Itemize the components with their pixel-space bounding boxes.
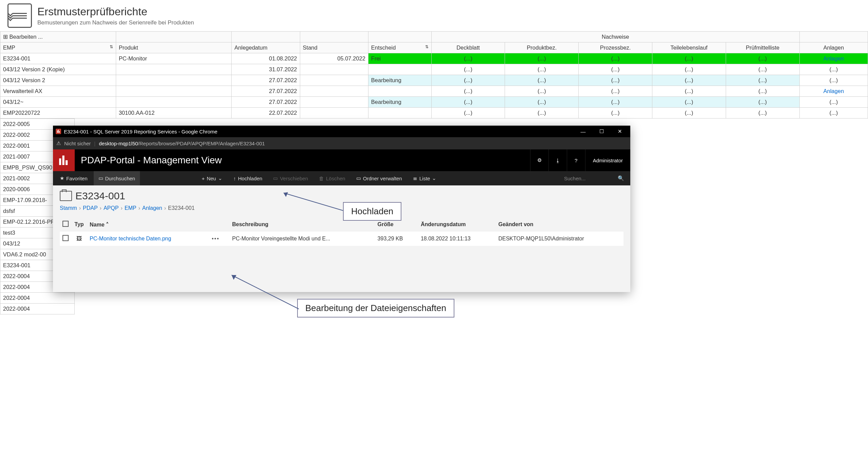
move-button: ▭Verschieben: [268, 171, 313, 185]
sort-icon: ⇅: [110, 44, 113, 49]
col-anlagen[interactable]: Anlagen: [799, 42, 868, 53]
breadcrumb-link[interactable]: Stamm: [60, 205, 77, 211]
table-row[interactable]: EMP2022072230100.AA-01222.07.2022(...)(.…: [0, 108, 868, 119]
ssrs-icon: [56, 129, 61, 134]
more-menu-button[interactable]: •••: [212, 236, 219, 241]
maximize-button[interactable]: ☐: [594, 126, 609, 137]
list-icon: ≣: [413, 175, 417, 181]
close-button[interactable]: ✕: [612, 126, 628, 137]
anlagen-link[interactable]: Anlagen: [799, 86, 868, 97]
breadcrumb-link[interactable]: Anlagen: [142, 205, 162, 211]
col-deckblatt[interactable]: Deckblatt: [431, 42, 505, 53]
browse-button[interactable]: ▭Durchsuchen: [94, 171, 140, 185]
help-button[interactable]: ?: [567, 149, 585, 171]
col-name[interactable]: Name ˄: [87, 217, 209, 232]
row-checkbox[interactable]: [62, 235, 69, 241]
file-list: Typ Name ˄ Beschreibung Größe Änderungsd…: [60, 217, 623, 246]
delete-button: 🗑Löschen: [314, 171, 350, 185]
svg-line-6: [284, 193, 343, 211]
search-icon[interactable]: 🔍: [618, 175, 624, 181]
insecure-label: Nicht sicher: [64, 141, 91, 146]
edit-button[interactable]: ⊞ Bearbeiten ...: [0, 32, 116, 42]
folder-icon: ▭: [356, 175, 361, 181]
annotation-bearbeitung: Bearbeitung der Dateieigenschaften: [297, 299, 454, 317]
file-modified-by: DESKTOP-MQP1L50\Administrator: [495, 232, 623, 246]
breadcrumb-current: E3234-001: [168, 205, 195, 211]
report-grid: ⊞ Bearbeiten ... Nachweise EMP⇅ Produkt …: [0, 31, 868, 119]
table-row[interactable]: E3234-001PC-Monitor01.08.202205.07.2022F…: [0, 53, 868, 64]
manage-folder-button[interactable]: ▭Ordner verwalten: [351, 171, 407, 185]
page-title: Erstmusterprüfberichte: [37, 5, 194, 18]
anlagen-link[interactable]: Anlagen: [799, 53, 868, 64]
col-produktbez[interactable]: Produktbez.: [505, 42, 579, 53]
svg-rect-3: [59, 158, 61, 165]
url-path: /Reports/browse/PDAP/APQP/EMP/Anlagen/E3…: [138, 141, 265, 146]
svg-rect-4: [62, 156, 65, 165]
settings-button[interactable]: ⚙: [530, 149, 548, 171]
upload-icon: ↑: [233, 176, 236, 181]
breadcrumb-link[interactable]: PDAP: [83, 205, 98, 211]
chevron-down-icon: ⌄: [432, 175, 436, 181]
table-row[interactable]: 043/12 Version 2 (Kopie)31.07.2022(...)(…: [0, 64, 868, 75]
address-bar[interactable]: ⚠ Nicht sicher | desktop-mqp1l50/Reports…: [53, 137, 630, 149]
file-size: 393,29 KB: [375, 232, 418, 246]
col-geaendert[interactable]: Geändert von: [495, 217, 623, 232]
star-icon: ★: [60, 175, 64, 181]
view-list-button[interactable]: ≣Liste ⌄: [408, 171, 441, 185]
col-anlegedatum[interactable]: Anlegedatum: [232, 42, 300, 53]
col-prozessbez[interactable]: Prozessbez.: [579, 42, 652, 53]
chevron-down-icon: ⌄: [218, 175, 222, 181]
arrow-hochladen: [278, 190, 346, 214]
select-all-checkbox[interactable]: [62, 221, 69, 227]
file-modified: 18.08.2022 10:11:13: [418, 232, 496, 246]
file-row[interactable]: 🖼PC-Monitor technische Daten.png•••PC-Mo…: [60, 232, 623, 246]
sort-icon: ⇅: [425, 44, 429, 49]
svg-line-8: [232, 275, 299, 309]
user-menu[interactable]: Administrator: [585, 149, 630, 171]
url-host: desktop-mqp1l50: [99, 141, 138, 146]
col-pruefmittelliste[interactable]: Prüfmittelliste: [726, 42, 799, 53]
insecure-icon: ⚠: [56, 140, 61, 146]
portal-title: PDAP-Portal - Management View: [75, 155, 530, 166]
portal-header: PDAP-Portal - Management View ⚙ ⭳ ? Admi…: [53, 149, 630, 171]
svg-rect-1: [58, 130, 59, 133]
sort-asc-icon: ˄: [106, 222, 109, 228]
file-type-icon: 🖼: [76, 236, 82, 241]
move-icon: ▭: [273, 175, 278, 181]
table-row[interactable]: 043/12~27.07.2022Bearbeitung(...)(...)(.…: [0, 97, 868, 108]
page-subtitle: Bemusterungen zum Nachweis der Serienrei…: [37, 19, 194, 26]
favorites-button[interactable]: ★Favoriten: [55, 171, 92, 185]
svg-marker-7: [284, 192, 288, 197]
annotation-hochladen: Hochladen: [343, 202, 401, 221]
file-name-link[interactable]: PC-Monitor technische Daten.png: [90, 236, 171, 241]
search-input[interactable]: Suchen...: [564, 176, 615, 181]
col-typ[interactable]: Typ: [71, 217, 87, 232]
table-row[interactable]: Verwalterteil AX27.07.2022(...)(...)(...…: [0, 86, 868, 97]
table-row[interactable]: 043/12 Version 227.07.2022Bearbeitung(..…: [0, 75, 868, 86]
new-button[interactable]: +Neu ⌄: [197, 171, 227, 185]
browse-icon: ▭: [98, 175, 103, 181]
folder-icon: [60, 191, 72, 201]
col-stand[interactable]: Stand: [300, 42, 368, 53]
breadcrumb-link[interactable]: APQP: [104, 205, 119, 211]
col-aenderung[interactable]: Änderungsdatum: [418, 217, 496, 232]
trash-icon: 🗑: [319, 176, 324, 181]
svg-rect-0: [57, 130, 58, 133]
arrow-bearbeitung: [228, 272, 306, 312]
table-row[interactable]: 2022-0004: [0, 304, 75, 314]
folder-title: E3234-001: [75, 190, 125, 202]
table-row[interactable]: 2022-0004: [0, 293, 75, 304]
report-icon: [7, 3, 32, 28]
col-emp[interactable]: EMP⇅: [0, 42, 116, 53]
col-entscheid[interactable]: Entscheid⇅: [368, 42, 431, 53]
upload-button[interactable]: ↑Hochladen: [229, 171, 267, 185]
col-teilelebenslauf[interactable]: Teilelebenslauf: [652, 42, 726, 53]
portal-toolbar: ★Favoriten ▭Durchsuchen +Neu ⌄ ↑Hochlade…: [53, 171, 630, 185]
col-produkt[interactable]: Produkt: [116, 42, 232, 53]
minimize-button[interactable]: ―: [575, 126, 591, 137]
download-button[interactable]: ⭳: [548, 149, 567, 171]
page-header: Erstmusterprüfberichte Bemusterungen zum…: [0, 0, 868, 31]
portal-logo[interactable]: [53, 149, 75, 171]
window-titlebar[interactable]: E3234-001 - SQL Server 2019 Reporting Se…: [53, 126, 630, 137]
breadcrumb-link[interactable]: EMP: [125, 205, 137, 211]
